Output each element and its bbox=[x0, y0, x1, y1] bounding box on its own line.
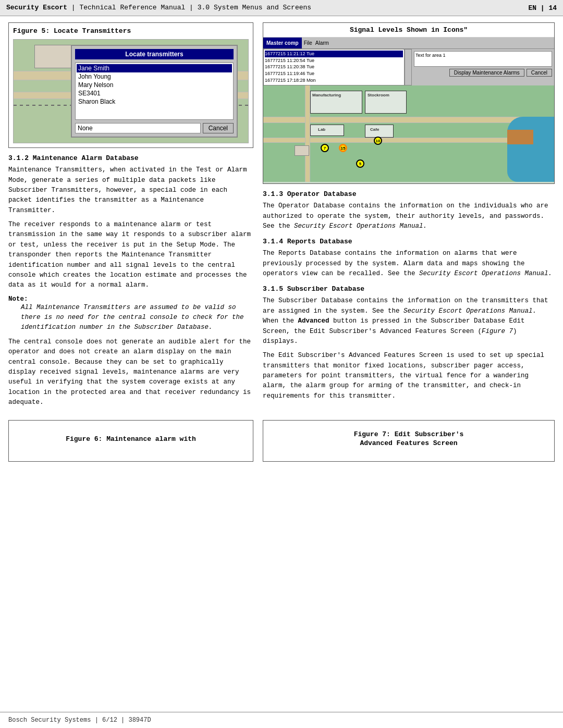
section314-heading: 3.1.4 Reports Database bbox=[263, 238, 555, 245]
manufacturing-label: Manufacturing bbox=[312, 93, 341, 97]
lt-dialog-title: Locate transmitters bbox=[75, 49, 234, 59]
lab-room bbox=[310, 125, 344, 136]
map-log-scrollbar[interactable] bbox=[405, 49, 412, 85]
log-entry-4[interactable]: 16777215 17:18:28 Mon bbox=[265, 77, 403, 84]
left-column: Figure 5: Locate Transmitters Locate tra… bbox=[8, 22, 253, 412]
figure7-title-line2: Advanced Features Screen bbox=[354, 439, 464, 447]
figure7-title-line1: Figure 7: Edit Subscriber's bbox=[354, 430, 464, 438]
section315-heading: 3.1.5 Subscriber Database bbox=[263, 285, 555, 293]
map-log-area: 16777215 11:21:12 Tue 16777215 11:20:54 … bbox=[263, 49, 554, 85]
bottom-left: Figure 6: Maintenance alarm with bbox=[8, 420, 253, 462]
menu-file[interactable]: File bbox=[304, 40, 312, 46]
map-brand: Master comp bbox=[263, 38, 302, 48]
transmitter-5: 5 bbox=[356, 159, 364, 168]
log-entry-1[interactable]: 16777215 11:20:54 Tue bbox=[265, 57, 403, 64]
page-header: Security Escort | Technical Reference Ma… bbox=[0, 0, 563, 16]
figure5-title: Figure 5: Locate Transmitters bbox=[13, 27, 249, 35]
note-label: Note: bbox=[8, 295, 28, 303]
section313-heading: 3.1.3 Operator Database bbox=[263, 190, 555, 198]
header-subtitle: | Technical Reference Manual | 3.0 Syste… bbox=[67, 4, 311, 11]
figure6-title: Figure 6: Maintenance alarm with bbox=[66, 435, 196, 443]
map-cancel-btn[interactable]: Cancel bbox=[527, 69, 552, 77]
lt-controls: Cancel bbox=[75, 123, 234, 133]
figure-signal: Signal Levels Shown in Icons" Master com… bbox=[263, 22, 555, 184]
transmitter-15: 15 bbox=[339, 144, 347, 152]
lt-item-sharon[interactable]: Sharon Black bbox=[77, 97, 232, 106]
orange-area bbox=[507, 130, 533, 144]
map-log-list: 16777215 11:21:12 Tue 16777215 11:20:54 … bbox=[263, 49, 405, 85]
section312-para2: The receiver responds to a maintenance a… bbox=[8, 220, 253, 291]
section315-para1: The Subscriber Database contains the inf… bbox=[263, 296, 555, 347]
main-content: Figure 5: Locate Transmitters Locate tra… bbox=[0, 16, 563, 418]
lt-item-se3401[interactable]: SE3401 bbox=[77, 89, 232, 97]
page-footer: Bosch Security Systems | 6/12 | 38947D bbox=[0, 712, 563, 728]
signal-figure-title: Signal Levels Shown in Icons" bbox=[263, 23, 554, 38]
figure7-ref: Figure 7 bbox=[482, 328, 513, 335]
section315-italic1: Security Escort Operations Manual. bbox=[403, 307, 536, 315]
section313-text: The Operator Database contains the infor… bbox=[263, 201, 555, 231]
transmitter-7: 7 bbox=[321, 144, 329, 152]
lab-label: Lab bbox=[318, 127, 325, 132]
section313-italic: Security Escort Operations Manual. bbox=[294, 223, 427, 230]
header-title: Security Escort | Technical Reference Ma… bbox=[6, 3, 311, 13]
section312-heading: 3.1.2 Maintenance Alarm Database bbox=[8, 154, 253, 162]
header-page: EN | 14 bbox=[528, 3, 557, 13]
note-block: Note: All Maintenance Transmitters are a… bbox=[8, 295, 253, 333]
signal-figure-content: Master comp File Alarm 16777215 11:21:12… bbox=[263, 38, 554, 183]
lt-item-jane[interactable]: Jane Smith bbox=[77, 64, 232, 72]
lt-list: Jane Smith John Young Mary Nelson SE3401… bbox=[75, 63, 234, 120]
figure7-title: Figure 7: Edit Subscriber's Advanced Fea… bbox=[354, 430, 464, 451]
right-column: Signal Levels Shown in Icons" Master com… bbox=[263, 22, 555, 412]
log-entry-3[interactable]: 16777215 11:19:46 Tue bbox=[265, 70, 403, 77]
log-entry-0[interactable]: 16777215 11:21:12 Tue bbox=[265, 51, 403, 57]
map-text-area: Text for area 1 bbox=[414, 51, 552, 67]
section314-text: The Reports Database contains the inform… bbox=[263, 249, 555, 279]
lt-item-john[interactable]: John Young bbox=[77, 72, 232, 81]
map-toolbar: Master comp File Alarm bbox=[263, 38, 554, 49]
section315-para2: The Edit Subscriber's Advanced Features … bbox=[263, 351, 555, 401]
mock-map-ui: Master comp File Alarm 16777215 11:21:12… bbox=[263, 38, 554, 183]
figure6-box: Figure 6: Maintenance alarm with bbox=[8, 420, 253, 462]
cafe-label: Cafe bbox=[370, 127, 379, 132]
section314-italic: Security Escort Operations Manual. bbox=[419, 270, 552, 277]
locate-transmitters-dialog: Locate transmitters Jane Smith John Youn… bbox=[71, 45, 238, 138]
advanced-word: Advanced bbox=[298, 317, 329, 325]
lt-item-mary[interactable]: Mary Nelson bbox=[77, 81, 232, 89]
bottom-right: Figure 7: Edit Subscriber's Advanced Fea… bbox=[263, 420, 555, 462]
section312-para1: Maintenance Transmitters, when activated… bbox=[8, 165, 253, 216]
footer-text: Bosch Security Systems | 6/12 | 38947D bbox=[8, 717, 151, 724]
lt-none-input[interactable] bbox=[75, 123, 201, 133]
log-entry-2[interactable]: 16777215 11:20:38 Tue bbox=[265, 64, 403, 70]
figure5-box: Figure 5: Locate Transmitters Locate tra… bbox=[8, 22, 253, 148]
cafe-room bbox=[365, 125, 394, 138]
map-menu: File Alarm bbox=[302, 38, 331, 48]
map-buttons-row: Display Maintenance Alarms Cancel bbox=[414, 69, 552, 77]
section312-para3: The central console does not generate an… bbox=[8, 337, 253, 408]
small-building bbox=[295, 145, 309, 156]
header-page-num: 14 bbox=[548, 4, 557, 12]
figure7-box: Figure 7: Edit Subscriber's Advanced Fea… bbox=[263, 420, 555, 462]
header-lang: EN bbox=[528, 4, 536, 12]
note-text: All Maintenance Transmitters are assumed… bbox=[21, 303, 253, 333]
water-area bbox=[507, 117, 554, 182]
map-canvas: Manufacturing Stockroom Lab Cafe 7 15 bbox=[263, 85, 554, 182]
transmitter-10: 10 bbox=[374, 137, 382, 145]
figure5-map: Locate transmitters Jane Smith John Youn… bbox=[13, 39, 249, 143]
stockroom-label: Stockroom bbox=[368, 93, 389, 97]
menu-alarm[interactable]: Alarm bbox=[315, 40, 329, 46]
display-maintenance-btn[interactable]: Display Maintenance Alarms bbox=[449, 69, 524, 77]
lt-cancel-button[interactable]: Cancel bbox=[203, 123, 234, 133]
header-product: Security Escort bbox=[6, 4, 67, 11]
map-log-right: Text for area 1 Display Maintenance Alar… bbox=[412, 49, 554, 85]
bottom-section: Figure 6: Maintenance alarm with Figure … bbox=[0, 420, 563, 468]
